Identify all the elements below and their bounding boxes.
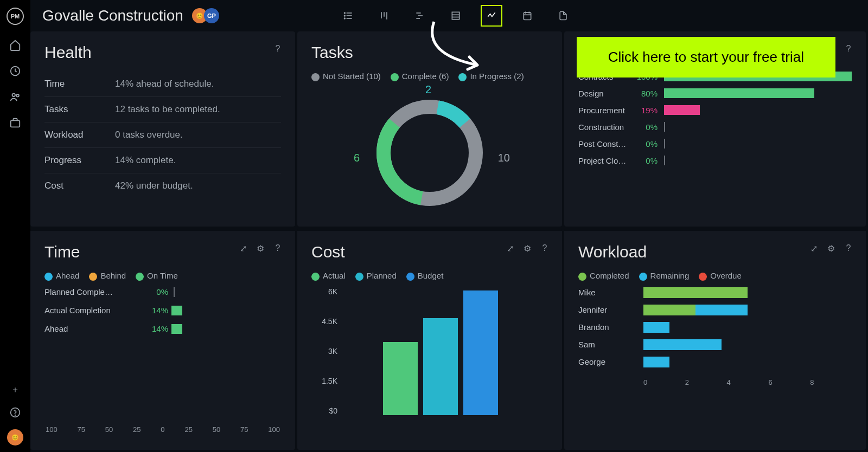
- app-logo[interactable]: PM: [7, 8, 24, 25]
- legend-item[interactable]: Ahead: [44, 271, 79, 281]
- progress-row: Procurement 19%: [578, 105, 852, 115]
- health-value: 42% under budget.: [115, 180, 193, 191]
- workload-settings-icon[interactable]: ⚙: [826, 243, 837, 254]
- recent-icon[interactable]: [9, 65, 21, 77]
- member-avatars[interactable]: 😊 GP: [192, 8, 219, 23]
- time-expand-icon[interactable]: ⤢: [238, 243, 248, 254]
- cost-bar: [463, 290, 498, 415]
- legend-item[interactable]: Remaining: [639, 271, 690, 281]
- time-help-icon[interactable]: ?: [272, 243, 283, 254]
- svg-rect-18: [452, 12, 459, 19]
- svg-point-10: [344, 15, 346, 16]
- portfolio-icon[interactable]: [9, 117, 21, 129]
- avatar-2[interactable]: GP: [204, 8, 219, 23]
- legend-item[interactable]: Planned: [355, 271, 397, 281]
- svg-point-1: [12, 94, 16, 97]
- workload-name: Brandon: [578, 322, 643, 332]
- progress-row: Construction 0%: [578, 122, 852, 132]
- progress-bar-zero: [664, 156, 665, 165]
- cost-settings-icon[interactable]: ⚙: [522, 243, 533, 254]
- workload-name: Jennifer: [578, 305, 643, 314]
- svg-rect-3: [11, 120, 20, 127]
- legend-item[interactable]: Actual: [311, 271, 346, 281]
- svg-rect-21: [524, 12, 531, 20]
- legend-item[interactable]: On Time: [136, 271, 178, 281]
- cost-expand-icon[interactable]: ⤢: [505, 243, 515, 254]
- time-label: Actual Completion: [44, 306, 136, 315]
- legend-dot: [391, 73, 399, 81]
- view-calendar-icon[interactable]: [516, 5, 538, 27]
- progress-help-icon[interactable]: ?: [843, 43, 854, 54]
- progress-row: Project Clo… 0%: [578, 156, 852, 165]
- legend-item[interactable]: Completed: [578, 271, 629, 281]
- progress-pct: 80%: [633, 89, 664, 98]
- axis-tick: 4: [727, 378, 769, 386]
- workload-bar-seg: [643, 322, 669, 333]
- view-sheet-icon[interactable]: [445, 5, 467, 27]
- view-list-icon[interactable]: [337, 5, 359, 27]
- time-bar: [171, 306, 182, 315]
- axis-tick: 75: [240, 425, 248, 434]
- health-value: 14% ahead of schedule.: [115, 79, 214, 89]
- health-title: Health: [44, 43, 281, 62]
- legend-item[interactable]: Not Started (10): [311, 72, 381, 81]
- home-icon[interactable]: [9, 39, 21, 51]
- axis-tick: 0: [161, 425, 164, 434]
- health-key: Progress: [44, 155, 115, 166]
- help-icon[interactable]: [9, 406, 21, 418]
- legend-dot: [699, 273, 707, 281]
- legend-item[interactable]: Complete (6): [391, 72, 449, 81]
- legend-item[interactable]: Overdue: [699, 271, 742, 281]
- time-bar: [171, 324, 182, 334]
- team-icon[interactable]: [9, 91, 21, 103]
- progress-label: Procurement: [578, 106, 633, 115]
- tasks-count-inprogress: 2: [425, 83, 431, 96]
- legend-dot: [639, 273, 647, 281]
- time-row: Ahead 14%: [44, 324, 281, 334]
- svg-point-5: [15, 415, 16, 416]
- health-value: 14% complete.: [115, 155, 176, 166]
- legend-item[interactable]: In Progress (2): [458, 72, 524, 81]
- tasks-donut-chart: [365, 88, 495, 218]
- legend-item[interactable]: Behind: [89, 271, 126, 281]
- view-board-icon[interactable]: [373, 5, 395, 27]
- user-avatar[interactable]: 😊: [7, 429, 23, 445]
- workload-bar-seg: [695, 305, 748, 315]
- workload-name: Sam: [578, 340, 643, 349]
- add-icon[interactable]: ＋: [9, 384, 21, 396]
- health-row: Progress14% complete.: [44, 148, 281, 173]
- progress-bar-zero: [664, 139, 665, 148]
- legend-dot: [311, 273, 320, 281]
- axis-tick: 6K: [311, 287, 337, 296]
- legend-dot: [136, 273, 144, 281]
- health-help-icon[interactable]: ?: [272, 43, 283, 54]
- view-files-icon[interactable]: [552, 5, 574, 27]
- axis-tick: 8: [810, 378, 852, 386]
- workload-bar-seg: [643, 287, 748, 298]
- workload-name: George: [578, 357, 643, 366]
- axis-tick: 25: [184, 425, 192, 434]
- workload-row: Sam: [578, 339, 852, 350]
- workload-expand-icon[interactable]: ⤢: [808, 243, 819, 254]
- time-settings-icon[interactable]: ⚙: [255, 243, 266, 254]
- health-key: Time: [44, 79, 115, 89]
- cost-bar: [423, 318, 458, 415]
- progress-label: Design: [578, 89, 633, 98]
- time-pct: 14%: [136, 324, 168, 333]
- time-pct: 14%: [136, 306, 168, 315]
- workload-help-icon[interactable]: ?: [843, 243, 854, 254]
- view-dashboard-icon[interactable]: [481, 5, 502, 27]
- legend-item[interactable]: Budget: [406, 271, 444, 281]
- health-row: Tasks12 tasks to be completed.: [44, 97, 281, 122]
- tasks-count-notstarted: 10: [498, 152, 510, 164]
- time-label: Planned Comple…: [44, 287, 136, 296]
- time-label: Ahead: [44, 324, 136, 333]
- progress-pct: 0%: [633, 122, 664, 132]
- view-gantt-icon[interactable]: [409, 5, 431, 27]
- cost-help-icon[interactable]: ?: [539, 243, 550, 254]
- workload-row: Jennifer: [578, 305, 852, 315]
- progress-pct: 19%: [633, 106, 664, 115]
- free-trial-cta[interactable]: Click here to start your free trial: [577, 37, 835, 78]
- progress-pct: 0%: [633, 139, 664, 148]
- axis-tick: 2: [685, 378, 727, 386]
